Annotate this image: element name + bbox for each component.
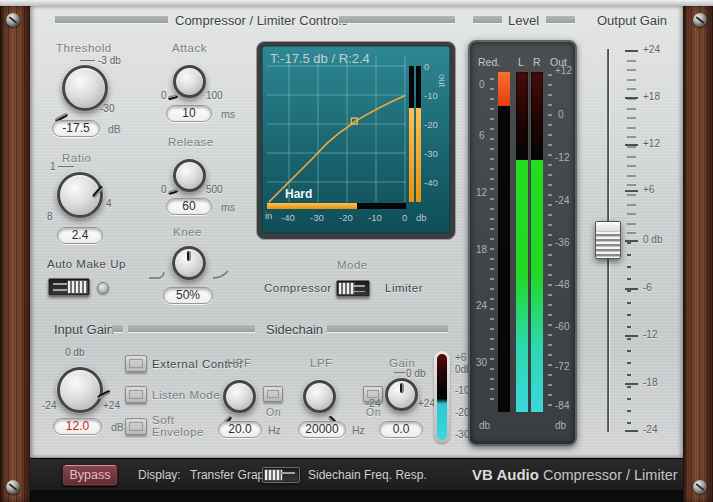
red-scale-unit: db [479, 420, 490, 431]
out-scale-label: -72 [555, 361, 569, 372]
y-tick: -30 [424, 148, 438, 159]
out-scale-unit: db [555, 420, 566, 431]
output-gain-title: Output Gain [597, 13, 667, 28]
sc-gain-top-label: 0 db [406, 368, 425, 379]
attack-value[interactable]: 10 [166, 105, 212, 122]
red-scale-label: 6 [479, 130, 485, 141]
hpf-knob[interactable] [223, 380, 256, 413]
ratio-knob[interactable] [57, 172, 103, 218]
soft-envelope-checkbox[interactable] [125, 418, 147, 435]
threshold-knob[interactable] [62, 65, 108, 111]
knee-soft-icon [212, 270, 230, 280]
hpf-value[interactable]: 20.0 [218, 421, 262, 438]
release-max-label: 500 [206, 184, 223, 195]
og-tick [625, 190, 638, 192]
listen-mode-label: Listen Mode [152, 389, 220, 401]
input-gain-value[interactable]: 12.0 [53, 418, 102, 435]
hpf-label: HPF [227, 357, 252, 369]
og-scale-label: -24 [643, 424, 657, 435]
og-tick [625, 430, 638, 432]
listen-mode-checkbox[interactable] [125, 386, 147, 403]
out-scale-label: 0 [558, 109, 564, 120]
hpf-unit: Hz [268, 424, 281, 436]
auto-make-up-label: Auto Make Up [47, 258, 126, 270]
ratio-label: Ratio [62, 152, 91, 164]
y-axis-label: out [437, 74, 448, 88]
threshold-value[interactable]: -17.5 [52, 120, 100, 137]
input-gain-section-title: Input Gain [54, 322, 114, 337]
og-scale-label: +24 [643, 44, 660, 55]
auto-make-up-button[interactable] [97, 282, 109, 294]
og-tick [625, 144, 638, 146]
threshold-unit: dB [108, 123, 121, 135]
release-knob[interactable] [173, 159, 206, 192]
lpf-unit: Hz [352, 424, 365, 436]
lpf-label: LPF [310, 357, 333, 369]
hpf-on-checkbox[interactable] [263, 386, 283, 402]
og-scale-label: -12 [643, 329, 657, 340]
release-unit: ms [221, 201, 235, 213]
auto-make-up-switch[interactable] [48, 278, 90, 296]
header-bar [339, 16, 455, 23]
input-gain-max-label: +24 [103, 400, 120, 411]
input-gain-min-label: -24 [42, 400, 56, 411]
footer-edge [30, 490, 683, 502]
red-scale-label: 18 [476, 244, 487, 255]
reduction-meter-bar [498, 72, 510, 106]
input-gain-knob[interactable] [57, 367, 103, 413]
output-gain-minor-ticks [627, 50, 636, 242]
og-tick [625, 335, 638, 337]
knee-value[interactable]: 50% [163, 287, 213, 304]
out-scale-ticks [548, 74, 552, 414]
lpf-value[interactable]: 20000 [298, 421, 346, 438]
header-bar [55, 16, 168, 23]
product-name: Compressor / Limiter [543, 467, 678, 483]
knee-knob[interactable] [172, 246, 206, 280]
display-label: Display: [138, 468, 181, 482]
tick-mark [58, 166, 74, 167]
reduction-meter [498, 72, 510, 412]
red-scale-ticks [490, 78, 494, 408]
input-gain-top-label: 0 db [65, 347, 84, 358]
wood-border-left [0, 6, 30, 502]
input-level-bar [267, 203, 357, 209]
graph-title: T:-17.5 db / R:2.4 [270, 51, 370, 66]
og-scale-label: +6 [643, 184, 654, 195]
og-scale-label: 0 db [643, 234, 662, 245]
attack-label: Attack [172, 42, 207, 54]
sc-meter-bezel [434, 351, 450, 443]
x-tick: -30 [310, 212, 324, 223]
y-tick: -40 [424, 177, 438, 188]
og-tick [625, 288, 638, 290]
tick-mark [394, 372, 405, 373]
x-axis-unit: db [416, 212, 427, 223]
lpf-knob[interactable] [303, 380, 336, 413]
level-section-title: Level [508, 13, 539, 28]
ratio-value[interactable]: 2.4 [57, 227, 103, 244]
threshold-min-label: -30 [100, 103, 114, 114]
wood-border-right [683, 6, 713, 502]
display-switch[interactable] [262, 467, 300, 483]
red-scale-label: 0 [479, 79, 485, 90]
threshold-label: Threshold [56, 42, 112, 54]
release-value[interactable]: 60 [166, 198, 212, 215]
sc-gain-max-label: +24 [418, 398, 435, 409]
plugin-window: Compressor / Limiter Controls Level Outp… [0, 0, 713, 502]
output-bar-r [416, 108, 421, 202]
display-option-transfer-graph: Transfer Graph [190, 468, 271, 482]
attack-knob[interactable] [173, 65, 206, 98]
bypass-button[interactable]: Bypass [62, 464, 118, 486]
knee-label: Knee [173, 226, 202, 238]
header-bar [128, 325, 255, 332]
meter-col-r-label: R [533, 56, 541, 68]
transfer-graph-display: T:-17.5 db / R:2.4 Hard in -40 -30 -20 -… [256, 41, 456, 240]
output-gain-handle[interactable] [595, 221, 621, 259]
external-control-checkbox[interactable] [125, 355, 147, 372]
out-scale-label: +12 [555, 65, 572, 76]
meter-col-l-label: L [518, 56, 524, 68]
sc-gain-value[interactable]: 0.0 [379, 421, 423, 438]
sc-gain-knob[interactable] [385, 378, 418, 411]
ratio-tick-8: 8 [47, 211, 53, 222]
mode-switch[interactable] [336, 280, 370, 297]
meter-col-red-label: Red. [478, 56, 500, 68]
